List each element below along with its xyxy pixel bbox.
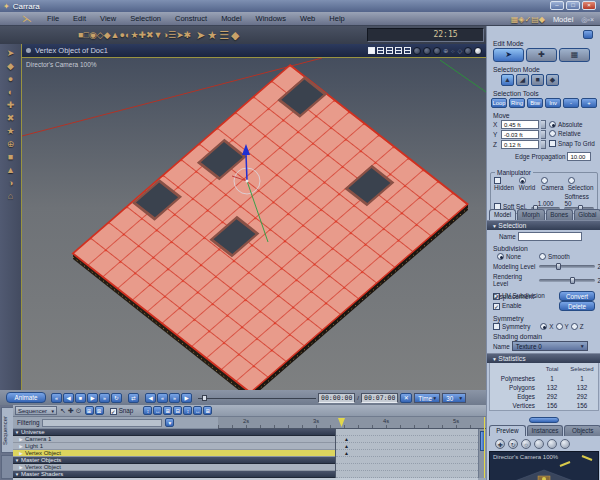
selection-tool-button[interactable]: Inv	[545, 98, 561, 108]
tree-row[interactable]: Vertex Object	[13, 464, 335, 471]
move-z-stepper[interactable]	[541, 140, 546, 149]
maximize-button[interactable]: □	[566, 1, 580, 10]
minimize-button[interactable]: –	[550, 1, 564, 10]
keyframe-marker[interactable]: ▲	[344, 450, 349, 457]
key-add-button[interactable]: «	[157, 393, 168, 403]
preview-wire-icon[interactable]: ○	[521, 439, 531, 449]
preview-tab[interactable]: Objects	[564, 425, 600, 436]
boolean-tool-icon[interactable]: ✖	[146, 30, 154, 40]
select-object-button[interactable]: ◆	[546, 74, 559, 86]
camera-radio[interactable]: Camera	[541, 177, 565, 191]
keyframe-marker[interactable]: ▲	[344, 436, 349, 443]
sphere-tool-icon[interactable]: ◉	[89, 30, 97, 40]
sequencer-tab[interactable]: Sequencer	[1, 407, 13, 453]
preview-tab[interactable]: Instances	[527, 425, 564, 436]
relative-radio[interactable]: Relative	[549, 130, 595, 137]
expand-tracks-button[interactable]: ↕	[183, 406, 192, 415]
fit-time-button[interactable]: ⊞	[163, 406, 172, 415]
zoom-in-time-button[interactable]: ↕	[143, 406, 152, 415]
tree-row[interactable]: Universe	[13, 429, 335, 436]
scale-time-button[interactable]: ⊟	[173, 406, 182, 415]
track-options-button[interactable]: ⊞	[203, 406, 212, 415]
add-thickness-icon[interactable]: ✚	[138, 30, 146, 40]
model-tab[interactable]: Global	[574, 209, 600, 220]
selection-section-header[interactable]: Selection	[487, 220, 600, 230]
preview-pan-icon[interactable]: ✚	[495, 439, 505, 449]
track-row[interactable]: ▲	[336, 436, 478, 443]
pan-hand-icon[interactable]: ✚	[68, 407, 74, 414]
menu-item[interactable]: Selection	[123, 14, 168, 23]
preview-shade2-icon[interactable]	[547, 439, 557, 449]
viewport-3d[interactable]: Director's Camera 100%	[22, 57, 486, 390]
move-y-stepper[interactable]	[541, 130, 546, 139]
camera-preset-1-icon[interactable]	[413, 47, 421, 55]
panel-splitter-handle[interactable]	[529, 417, 559, 423]
menu-item[interactable]: File	[40, 14, 66, 23]
edge-propagation-field[interactable]: 10.00	[567, 152, 591, 161]
edit-mode-uv-button[interactable]: ▦	[559, 48, 590, 62]
magnet-tool-icon[interactable]: ■	[8, 152, 13, 162]
marquee-icon[interactable]: ⊕	[7, 139, 15, 149]
layout-3pane-button[interactable]	[386, 47, 393, 54]
stop-button[interactable]: ■	[75, 393, 86, 403]
track-row[interactable]: ▲	[336, 443, 478, 450]
track-row[interactable]: ▲	[336, 429, 478, 436]
paint-tool-icon[interactable]: ◆	[231, 29, 239, 41]
camera-preset-3-icon[interactable]	[433, 47, 441, 55]
selection-radio[interactable]: Selection	[568, 177, 594, 191]
world-radio[interactable]: World	[519, 177, 538, 191]
shell-tool-icon[interactable]: ★	[207, 29, 217, 41]
prev-frame-button[interactable]: ◀	[63, 393, 74, 403]
layout-single-button[interactable]	[368, 47, 375, 54]
current-time-field[interactable]: 00:00:00	[318, 393, 355, 403]
menu-item[interactable]: View	[93, 14, 123, 23]
select-edge-button[interactable]: ◢	[516, 74, 529, 86]
modeling-level-slider[interactable]	[539, 265, 595, 268]
move-x-field[interactable]: 0.45 ft	[501, 120, 539, 129]
statistics-section-header[interactable]: Statistics	[487, 353, 600, 363]
move-z-field[interactable]: 0.12 ft	[501, 140, 539, 149]
shading-domain-dropdown[interactable]: Texture 0	[512, 341, 588, 351]
preview-shade1-icon[interactable]	[534, 439, 544, 449]
edit-mode-model-button[interactable]: ➤	[493, 48, 524, 62]
symmetry-y-radio[interactable]: Y	[556, 323, 569, 330]
menu-item[interactable]: Construct	[168, 14, 214, 23]
filtering-field[interactable]	[42, 419, 162, 427]
preview-rotate-icon[interactable]: ↻	[508, 439, 518, 449]
menu-item[interactable]: Help	[322, 14, 351, 23]
shading-sphere-gray-icon[interactable]	[464, 47, 472, 55]
keyframe-marker[interactable]: ▲	[344, 443, 349, 450]
render-mode-icon[interactable]: ▤	[531, 15, 539, 24]
collapse-tracks-button[interactable]: ↔	[193, 406, 202, 415]
filtering-dropdown-button[interactable]: ▾	[165, 418, 174, 427]
storyboard-mode-icon[interactable]: ◆	[539, 15, 545, 24]
preview-tab[interactable]: Preview	[489, 425, 526, 436]
layout-grid-button[interactable]	[404, 47, 411, 54]
delete-button[interactable]: Delete	[559, 301, 595, 311]
layout-4pane-button[interactable]	[395, 47, 402, 54]
selection-name-field[interactable]	[518, 232, 582, 241]
viewport-menu-icon[interactable]	[26, 48, 31, 53]
tree-row[interactable]: Light 1	[13, 443, 335, 450]
track-row[interactable]: ▲	[336, 464, 478, 471]
go-end-button[interactable]: ↻	[111, 393, 122, 403]
play-button[interactable]: ▶	[87, 393, 98, 403]
selection-tool-button[interactable]: Btw	[527, 98, 543, 108]
sphere-of-attraction-icon[interactable]: ➤	[196, 29, 205, 41]
scene-3d[interactable]	[22, 58, 486, 391]
move-x-stepper[interactable]	[541, 120, 546, 129]
track-row[interactable]: ▲	[336, 457, 478, 464]
rotate-tool-icon[interactable]: ◆	[7, 61, 14, 71]
shading-sphere-lit-icon[interactable]	[474, 47, 482, 55]
rendering-level-slider[interactable]	[539, 279, 595, 282]
panel-collapse-button[interactable]	[583, 30, 593, 39]
clear-time-button[interactable]: ✕	[400, 393, 412, 403]
tree-row[interactable]: Master Shaders	[13, 471, 335, 478]
cone-tool-icon[interactable]: ◇	[97, 30, 104, 40]
go-start-button[interactable]: «	[51, 393, 62, 403]
displacement-enable-checkbox[interactable]: Enable	[493, 302, 522, 310]
second-tray-tab[interactable]	[1, 455, 13, 479]
fps-dropdown[interactable]: 30 fps	[442, 393, 466, 403]
track-row[interactable]: ▲	[336, 450, 478, 457]
animate-button[interactable]: Animate	[6, 392, 46, 403]
